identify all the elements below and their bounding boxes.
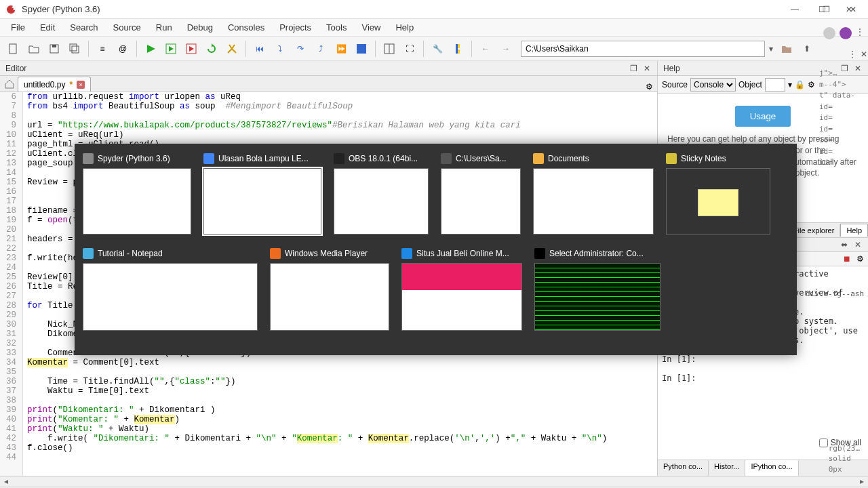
menu-tools[interactable]: Tools xyxy=(319,20,353,35)
help-source-label: Source xyxy=(662,80,688,89)
menu-file[interactable]: File xyxy=(4,20,32,35)
console-stop-icon[interactable]: ⏹ xyxy=(843,254,851,264)
menu-edit[interactable]: Edit xyxy=(33,20,62,35)
path-dropdown-icon[interactable]: ▾ xyxy=(766,44,776,54)
parent-dir-icon[interactable]: ⬆ xyxy=(797,39,816,58)
usage-button[interactable]: Usage xyxy=(735,106,791,127)
stop-icon[interactable] xyxy=(352,39,371,58)
step-over-icon[interactable]: ↷ xyxy=(291,39,310,58)
task-item[interactable]: Tutorial - Notepad xyxy=(83,247,258,331)
save-icon[interactable] xyxy=(45,39,64,58)
console-pane-close-icon[interactable]: ✕ xyxy=(853,240,863,249)
task-item[interactable]: Situs Jual Beli Online M... xyxy=(401,247,522,331)
task-app-icon xyxy=(270,248,281,259)
chrome-profile-icon[interactable] xyxy=(823,27,835,39)
devtools-close-icon[interactable]: ✕ xyxy=(861,49,867,59)
menu-help[interactable]: Help xyxy=(389,20,420,35)
chrome-menu-icon[interactable]: ⋮ xyxy=(856,27,864,39)
editor-hscroll[interactable]: ◂▸ xyxy=(0,476,868,487)
list-icon[interactable]: ≡ xyxy=(93,39,112,58)
file-dirty-indicator: * xyxy=(69,80,73,89)
task-item[interactable]: C:\Users\Sa... xyxy=(441,152,521,235)
wrench-icon[interactable]: 🔧 xyxy=(428,39,447,58)
editor-pane-title: Editor xyxy=(5,64,26,73)
menu-projects[interactable]: Projects xyxy=(273,20,318,35)
task-item[interactable]: Ulasan Bola Lampu LE... xyxy=(203,152,321,235)
task-item[interactable]: Spyder (Python 3.6) xyxy=(83,152,191,235)
devtools-menu-icon[interactable]: ⋮ xyxy=(848,49,856,59)
new-file-icon[interactable] xyxy=(4,39,23,58)
console-tab-history[interactable]: Histor... xyxy=(709,460,745,476)
console-tab-python[interactable]: Python co... xyxy=(658,460,709,476)
task-item[interactable]: Select Administrator: Co... xyxy=(534,247,660,331)
outer-restore-button[interactable]: ❐ xyxy=(812,1,840,18)
task-thumbnail xyxy=(534,263,660,331)
debug-icon[interactable] xyxy=(222,39,241,58)
rerun-icon[interactable] xyxy=(202,39,221,58)
editor-pane-close-icon[interactable]: ✕ xyxy=(642,64,652,73)
help-object-dropdown-icon[interactable]: ▾ xyxy=(788,80,792,89)
python-icon[interactable] xyxy=(448,39,467,58)
step-in-icon[interactable]: ⤵ xyxy=(271,39,290,58)
console-pane-expand-icon[interactable]: ⬌ xyxy=(840,240,849,249)
chrome-ext-icon[interactable] xyxy=(840,27,852,39)
save-all-icon[interactable] xyxy=(65,39,84,58)
help-settings-icon[interactable]: ⚙ xyxy=(808,80,815,89)
continue-icon[interactable]: ⏩ xyxy=(332,39,351,58)
task-item[interactable]: Documents xyxy=(533,152,654,235)
file-tab-name: untitled0.py xyxy=(24,80,65,89)
svg-rect-7 xyxy=(357,44,366,54)
menu-view[interactable]: View xyxy=(355,20,387,35)
layout-icon[interactable] xyxy=(380,39,399,58)
devtools-html-fragment: j">…m--4">t" data-id=id=id=id=id=id= xyxy=(819,68,860,169)
task-app-title: Sticky Notes xyxy=(681,154,726,163)
file-tab-close-icon[interactable]: × xyxy=(77,81,85,89)
editor-pane-restore-icon[interactable]: ❐ xyxy=(629,64,638,73)
at-icon[interactable]: @ xyxy=(113,39,132,58)
run-icon[interactable] xyxy=(141,39,160,58)
svg-rect-3 xyxy=(70,44,77,51)
open-file-icon[interactable] xyxy=(24,39,43,58)
step-first-icon[interactable]: ⏮ xyxy=(250,39,269,58)
console-tab-ipython[interactable]: IPython co... xyxy=(745,460,798,476)
menu-debug[interactable]: Debug xyxy=(180,20,220,35)
show-all-checkbox[interactable] xyxy=(819,439,828,447)
back-icon[interactable]: ← xyxy=(476,39,495,58)
menu-search[interactable]: Search xyxy=(63,20,104,35)
task-app-icon xyxy=(441,153,452,164)
task-app-icon xyxy=(533,153,544,164)
alt-tab-overlay[interactable]: Spyder (Python 3.6)Ulasan Bola Lampu LE.… xyxy=(75,144,797,355)
help-object-input[interactable] xyxy=(765,78,785,92)
task-app-title: C:\Users\Sa... xyxy=(456,154,507,163)
editor-tabbar: untitled0.py* × ⚙ xyxy=(0,76,657,92)
step-out-icon[interactable]: ⤴ xyxy=(311,39,330,58)
task-item[interactable]: Windows Media Player xyxy=(270,247,389,331)
help-source-select[interactable]: Console xyxy=(690,78,736,92)
forward-icon[interactable]: → xyxy=(496,39,515,58)
devtools-styles-fragment: rgb(23…solid0px xyxy=(829,443,860,474)
menu-consoles[interactable]: Consoles xyxy=(221,20,271,35)
run-cell-next-icon[interactable] xyxy=(182,39,201,58)
tab-home-icon[interactable] xyxy=(4,79,15,89)
file-tab[interactable]: untitled0.py* × xyxy=(18,77,91,92)
editor-settings-icon[interactable]: ⚙ xyxy=(646,82,653,92)
working-dir-input[interactable] xyxy=(521,41,765,57)
help-lock-icon[interactable]: 🔒 xyxy=(795,80,805,89)
menu-source[interactable]: Source xyxy=(106,20,148,35)
maximize-icon[interactable]: ⛶ xyxy=(400,39,419,58)
minimize-button[interactable]: — xyxy=(781,1,808,18)
task-thumbnail xyxy=(83,168,191,235)
task-app-title: Situs Jual Beli Online M... xyxy=(416,249,509,258)
task-item[interactable]: OBS 18.0.1 (64bi... xyxy=(334,152,429,235)
window-title: Spyder (Python 3.6) xyxy=(22,4,781,14)
console-settings-icon[interactable]: ⚙ xyxy=(856,254,864,264)
run-cell-icon[interactable] xyxy=(161,39,180,58)
svg-rect-4 xyxy=(72,46,79,53)
menu-run[interactable]: Run xyxy=(149,20,179,35)
help-tab[interactable]: Help xyxy=(840,224,868,237)
outer-close-button[interactable]: ✕ xyxy=(840,1,867,18)
browse-dir-icon[interactable] xyxy=(777,39,796,58)
task-item[interactable]: Sticky Notes xyxy=(666,152,770,235)
devtools-show-all[interactable]: Show all xyxy=(819,438,861,447)
task-thumbnail xyxy=(334,168,429,235)
